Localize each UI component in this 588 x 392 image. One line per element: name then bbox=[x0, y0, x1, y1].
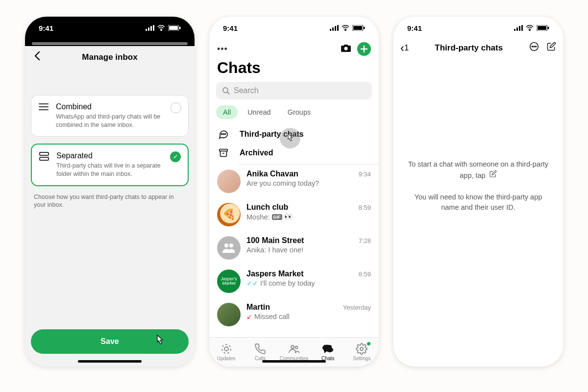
camera-button[interactable] bbox=[341, 44, 351, 55]
more-button[interactable] bbox=[529, 41, 539, 54]
compose-button[interactable] bbox=[357, 42, 371, 56]
page-title: Chats bbox=[209, 57, 379, 81]
avatar: 🍕 bbox=[217, 203, 241, 226]
wifi-icon bbox=[526, 25, 534, 31]
communities-icon bbox=[288, 343, 300, 355]
filter-unread[interactable]: Unread bbox=[241, 105, 278, 119]
tab-calls[interactable]: Calls bbox=[245, 343, 276, 361]
avatar bbox=[217, 236, 241, 260]
chat-list: Anika Chavan9:34 Are you coming today? 🍕… bbox=[209, 165, 379, 331]
status-time: 9:41 bbox=[223, 24, 238, 32]
statusbar: 9:41 bbox=[209, 17, 379, 39]
svg-point-36 bbox=[326, 347, 333, 352]
avatar bbox=[217, 170, 241, 193]
statusbar: 9:41 bbox=[25, 17, 195, 39]
svg-rect-6 bbox=[169, 26, 178, 30]
svg-point-49 bbox=[536, 46, 537, 47]
chat-row[interactable]: Anika Chavan9:34 Are you coming today? bbox=[209, 165, 379, 198]
svg-point-47 bbox=[532, 46, 533, 47]
compose-button[interactable] bbox=[546, 42, 556, 54]
battery-icon bbox=[352, 25, 365, 31]
svg-rect-45 bbox=[548, 27, 549, 29]
chat-time: Yesterday bbox=[343, 304, 371, 311]
home-indicator bbox=[78, 360, 142, 363]
svg-rect-44 bbox=[538, 26, 546, 30]
svg-point-4 bbox=[161, 30, 162, 31]
svg-point-33 bbox=[291, 345, 294, 348]
save-label: Save bbox=[100, 337, 119, 346]
search-icon bbox=[222, 87, 230, 95]
back-button[interactable]: ‹ 1 bbox=[400, 43, 409, 53]
row-label: Third-party chats bbox=[240, 130, 304, 139]
svg-point-48 bbox=[534, 46, 535, 47]
chat-preview: Moshe: GIF 👀 bbox=[246, 213, 371, 221]
avatar bbox=[217, 303, 241, 326]
tab-updates[interactable]: Updates bbox=[211, 343, 242, 361]
cursor-pointer-icon bbox=[152, 333, 167, 348]
row-third-party[interactable]: Third-party chats bbox=[217, 125, 371, 144]
chat-name: Anika Chavan bbox=[246, 170, 298, 178]
svg-rect-13 bbox=[330, 29, 331, 31]
compose-icon bbox=[489, 170, 497, 178]
filter-all[interactable]: All bbox=[216, 105, 238, 119]
wifi-icon bbox=[342, 25, 349, 31]
gear-icon bbox=[356, 343, 368, 355]
screen-chats: 9:41 ••• Chats Search All Unrea bbox=[209, 17, 379, 367]
more-circle-icon bbox=[529, 41, 539, 52]
svg-rect-1 bbox=[148, 27, 149, 31]
search-placeholder: Search bbox=[234, 86, 259, 95]
svg-rect-11 bbox=[40, 152, 49, 155]
battery-icon bbox=[537, 25, 549, 31]
home-indicator bbox=[262, 360, 326, 363]
svg-rect-20 bbox=[364, 27, 365, 29]
more-button[interactable]: ••• bbox=[217, 44, 228, 54]
wifi-icon bbox=[157, 25, 165, 31]
status-icons bbox=[146, 25, 181, 31]
tab-settings[interactable]: Settings bbox=[346, 343, 377, 361]
chat-name: 100 Main Street bbox=[246, 236, 304, 245]
peek-previous bbox=[25, 39, 195, 46]
chat-bubble-icon bbox=[217, 129, 230, 140]
tab-chats[interactable]: Chats bbox=[312, 343, 343, 361]
chat-row[interactable]: 🍕 Lunch club8:59 Moshe: GIF 👀 bbox=[209, 198, 379, 231]
svg-rect-41 bbox=[521, 25, 523, 31]
chat-time: 8:59 bbox=[359, 204, 371, 211]
option-desc: Third-party chats will live in a separat… bbox=[56, 162, 163, 178]
read-ticks-icon: ✓✓ bbox=[246, 279, 258, 287]
option-desc: WhatsApp and third-party chats will be c… bbox=[56, 113, 164, 129]
empty-line2: You will need to know the third-party ap… bbox=[406, 192, 550, 214]
svg-line-23 bbox=[227, 92, 229, 94]
statusbar: 9:41 bbox=[393, 17, 563, 39]
empty-line1: To start a chat with someone on a third-… bbox=[408, 160, 548, 179]
chat-row[interactable]: MartinYesterday ↙Missed call bbox=[209, 298, 379, 331]
radio-off-icon bbox=[171, 102, 181, 113]
option-separated[interactable]: Separated Third-party chats will live in… bbox=[31, 144, 189, 186]
chat-preview: ✓✓I'll come by today bbox=[246, 279, 371, 287]
tab-communities[interactable]: Communities bbox=[278, 343, 310, 361]
svg-rect-12 bbox=[40, 157, 49, 160]
search-input[interactable]: Search bbox=[216, 82, 372, 99]
option-title: Separated bbox=[56, 151, 163, 160]
avatar: Jasper'sMarket bbox=[217, 270, 241, 293]
status-time: 9:41 bbox=[39, 24, 53, 32]
option-combined[interactable]: Combined WhatsApp and third-party chats … bbox=[31, 95, 189, 137]
svg-rect-14 bbox=[332, 27, 334, 31]
row-archived[interactable]: Archived bbox=[217, 144, 371, 162]
filter-groups[interactable]: Groups bbox=[281, 105, 318, 119]
combined-icon bbox=[38, 102, 49, 111]
chat-row[interactable]: 100 Main Street7:28 Anika: I have one! bbox=[209, 231, 379, 265]
eyes-emoji-icon: 👀 bbox=[284, 213, 293, 221]
gif-badge: GIF bbox=[272, 214, 282, 220]
svg-rect-38 bbox=[514, 29, 515, 31]
svg-point-31 bbox=[224, 347, 228, 351]
chat-preview: Anika: I have one! bbox=[246, 246, 371, 254]
svg-rect-15 bbox=[335, 26, 336, 31]
screen-third-party: 9:41 ‹ 1 Third-party chats bbox=[393, 17, 563, 367]
chat-time: 8:59 bbox=[359, 270, 371, 278]
group-icon bbox=[221, 242, 236, 254]
svg-point-34 bbox=[295, 346, 297, 349]
save-button[interactable]: Save bbox=[31, 329, 189, 354]
chat-row[interactable]: Jasper'sMarket Jaspers Market8:59 ✓✓I'll… bbox=[209, 265, 379, 298]
back-count: 1 bbox=[404, 43, 409, 53]
badge-dot bbox=[367, 342, 370, 345]
